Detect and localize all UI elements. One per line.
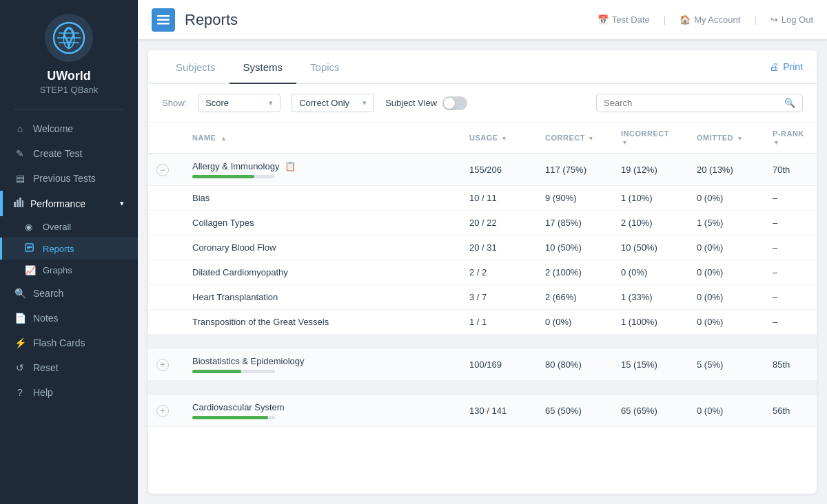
prank-cell: – — [762, 211, 817, 235]
omitted-cell: 0 (0%) — [686, 186, 762, 211]
sub-name-cell: Bias — [181, 186, 458, 211]
th-name[interactable]: NAME ▲ — [181, 123, 458, 154]
sidebar-item-graphs[interactable]: 📈 Graphs — [0, 260, 138, 281]
subject-name: Cardiovascular System — [192, 402, 285, 412]
prank-cell: 56th — [762, 395, 817, 427]
table-row: Bias 10 / 11 9 (90%) 1 (10%) 0 (0%) – — [148, 186, 817, 211]
topbar-actions: 📅 Test Date | 🏠 My Account | ↪ Log Out — [598, 14, 813, 25]
incorrect-cell: 15 (15%) — [610, 349, 686, 381]
page-title: Reports — [185, 11, 598, 29]
main-content: Reports 📅 Test Date | 🏠 My Account | ↪ L… — [138, 0, 827, 504]
subject-view-toggle-wrap: Subject View — [385, 96, 467, 110]
correct-only-dropdown[interactable]: Correct Only ▾ — [292, 94, 374, 112]
search-input[interactable] — [604, 98, 780, 108]
incorrect-cell: 0 (0%) — [610, 260, 686, 285]
menu-toggle-button[interactable] — [152, 8, 175, 32]
reset-icon: ↺ — [14, 362, 26, 373]
expand-cell[interactable]: + — [148, 349, 181, 381]
svg-rect-13 — [157, 15, 170, 17]
reports-table: NAME ▲ USAGE ▾ CORRECT ▾ INCORRECT — [148, 123, 817, 427]
omitted-cell: 1 (5%) — [686, 211, 762, 235]
table-row[interactable]: + Biostatistics & Epidemiology 100/169 8… — [148, 349, 817, 381]
sidebar-item-notes[interactable]: 📄 Notes — [0, 306, 138, 330]
print-label: Print — [783, 61, 803, 72]
incorrect-cell: 1 (33%) — [610, 285, 686, 310]
expand-cell-empty — [148, 310, 181, 335]
name-cell: Biostatistics & Epidemiology — [181, 349, 458, 381]
expand-button[interactable]: + — [156, 359, 169, 371]
flash-icon: ⚡ — [14, 337, 26, 348]
prank-cell: – — [762, 260, 817, 285]
progress-fill — [192, 416, 268, 419]
incorrect-cell: 2 (10%) — [610, 211, 686, 235]
th-prank[interactable]: P-RANK ▾ — [762, 123, 817, 154]
table-row[interactable]: + Cardiovascular System 130 / 141 65 (50… — [148, 395, 817, 427]
search-icon: 🔍 — [784, 98, 795, 108]
sidebar-item-flash-cards[interactable]: ⚡ Flash Cards — [0, 330, 138, 355]
tab-topics[interactable]: Topics — [296, 50, 354, 84]
sub-name-cell: Heart Transplantation — [181, 285, 458, 310]
incorrect-cell: 10 (50%) — [610, 235, 686, 260]
th-omitted[interactable]: OMITTED ▾ — [686, 123, 762, 154]
incorrect-cell: 19 (12%) — [610, 154, 686, 186]
sidebar-item-previous-tests[interactable]: ▤ Previous Tests — [0, 166, 138, 191]
table-area: NAME ▲ USAGE ▾ CORRECT ▾ INCORRECT — [148, 123, 817, 494]
th-incorrect[interactable]: INCORRECT ▾ — [610, 123, 686, 154]
score-dropdown-arrow: ▾ — [269, 98, 273, 107]
sidebar-item-search[interactable]: 🔍 Search — [0, 281, 138, 306]
print-button[interactable]: 🖨 Print — [769, 61, 803, 72]
sub-name-cell: Coronary Blood Flow — [181, 235, 458, 260]
omitted-cell: 0 (0%) — [686, 285, 762, 310]
sidebar-item-performance[interactable]: Performance ▾ — [0, 191, 138, 216]
test-date-action[interactable]: 📅 Test Date — [598, 14, 650, 25]
correct-cell: 10 (50%) — [534, 235, 610, 260]
sidebar-item-create-test[interactable]: ✎ Create Test — [0, 141, 138, 166]
graph-icon: 📈 — [25, 265, 36, 275]
log-out-action[interactable]: ↪ Log Out — [770, 14, 813, 25]
expand-button[interactable]: − — [156, 164, 169, 176]
sidebar-item-help[interactable]: ? Help — [0, 380, 138, 405]
brand-sub: STEP1 QBank — [40, 85, 99, 95]
toggle-knob — [444, 98, 455, 109]
subject-name: Biostatistics & Epidemiology — [192, 356, 305, 366]
expand-button[interactable]: + — [156, 405, 169, 417]
prank-cell: – — [762, 310, 817, 335]
th-usage[interactable]: USAGE ▾ — [458, 123, 534, 154]
omitted-cell: 5 (5%) — [686, 349, 762, 381]
usage-cell: 100/169 — [458, 349, 534, 381]
prank-cell: 70th — [762, 154, 817, 186]
sub-name-cell: Collagen Types — [181, 211, 458, 235]
calendar-icon: 📅 — [598, 14, 609, 25]
tab-subjects[interactable]: Subjects — [162, 50, 229, 84]
score-dropdown[interactable]: Score ▾ — [198, 94, 280, 112]
correct-only-arrow: ▾ — [363, 98, 367, 107]
sidebar-item-overall[interactable]: ◉ Overall — [0, 216, 138, 238]
list-icon: ▤ — [14, 173, 26, 184]
svg-rect-6 — [17, 200, 19, 207]
svg-rect-8 — [22, 200, 23, 207]
progress-bar — [192, 370, 275, 373]
expand-cell[interactable]: + — [148, 395, 181, 427]
th-correct[interactable]: CORRECT ▾ — [534, 123, 610, 154]
progress-fill — [192, 370, 241, 373]
sidebar-item-reset[interactable]: ↺ Reset — [0, 355, 138, 380]
correct-cell: 2 (100%) — [534, 260, 610, 285]
tab-systems[interactable]: Systems — [229, 50, 297, 84]
chevron-down-icon: ▾ — [120, 199, 124, 208]
expand-cell-empty — [148, 235, 181, 260]
subject-view-toggle[interactable] — [442, 96, 467, 110]
separator-2: | — [754, 14, 756, 25]
sidebar-item-reports[interactable]: Reports — [0, 238, 138, 260]
sidebar-item-label: Previous Tests — [33, 173, 96, 184]
subject-view-label: Subject View — [385, 98, 437, 108]
expand-cell[interactable]: − — [148, 154, 181, 186]
sidebar-item-welcome[interactable]: ⌂ Welcome — [0, 116, 138, 141]
content-card: Subjects Systems Topics 🖨 Print Show: Sc… — [148, 50, 817, 494]
my-account-action[interactable]: 🏠 My Account — [680, 14, 740, 25]
omitted-cell: 0 (0%) — [686, 260, 762, 285]
table-row: Coronary Blood Flow 20 / 31 10 (50%) 10 … — [148, 235, 817, 260]
performance-submenu: ◉ Overall Reports 📈 Graphs — [0, 216, 138, 281]
table-row[interactable]: − Allergy & Immunology 📋 155/206 117 (75… — [148, 154, 817, 186]
expand-cell-empty — [148, 285, 181, 310]
progress-bar — [192, 416, 275, 419]
